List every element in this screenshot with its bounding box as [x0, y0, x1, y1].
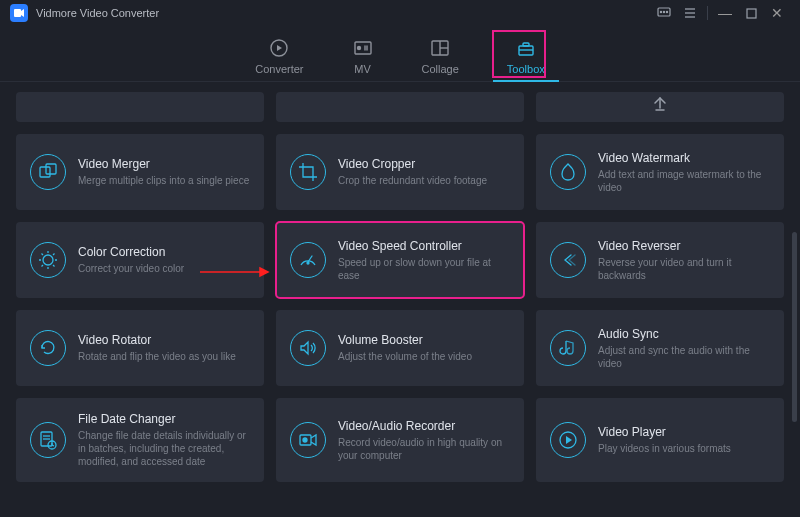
volume-icon: [290, 330, 326, 366]
app-title: Vidmore Video Converter: [36, 7, 159, 19]
tab-converter[interactable]: Converter: [255, 37, 303, 81]
svg-rect-8: [747, 9, 756, 18]
reverse-icon: [550, 242, 586, 278]
tool-card-color[interactable]: Color CorrectionCorrect your video color: [16, 222, 264, 298]
tool-card-sync[interactable]: Audio SyncAdjust and sync the audio with…: [536, 310, 784, 386]
card-text: Audio SyncAdjust and sync the audio with…: [598, 327, 770, 370]
card-desc: Record video/audio in high quality on yo…: [338, 436, 510, 462]
crop-icon: [290, 154, 326, 190]
converter-icon: [268, 37, 290, 59]
svg-rect-0: [14, 9, 21, 17]
card-text: Video CropperCrop the redundant video fo…: [338, 157, 487, 187]
divider: [707, 6, 708, 20]
card-title: Audio Sync: [598, 327, 770, 341]
svg-line-28: [53, 265, 55, 267]
card-desc: Rotate and flip the video as you like: [78, 350, 236, 363]
card-text: Volume BoosterAdjust the volume of the v…: [338, 333, 472, 363]
scrollbar[interactable]: [792, 232, 797, 422]
card-desc: Merge multiple clips into a single piece: [78, 174, 249, 187]
card-desc: Reverse your video and turn it backwards: [598, 256, 770, 282]
card-text: Video MergerMerge multiple clips into a …: [78, 157, 249, 187]
tool-card-watermark[interactable]: Video WatermarkAdd text and image waterm…: [536, 134, 784, 210]
card-text: Video RotatorRotate and flip the video a…: [78, 333, 236, 363]
titlebar: Vidmore Video Converter — ✕: [0, 0, 800, 26]
card-text: File Date ChangerChange file date detail…: [78, 412, 250, 468]
card-desc: Add text and image watermark to the vide…: [598, 168, 770, 194]
filedate-icon: [30, 422, 66, 458]
tool-card-rotate[interactable]: Video RotatorRotate and flip the video a…: [16, 310, 264, 386]
card-title: Video Player: [598, 425, 731, 439]
merge-icon: [30, 154, 66, 190]
tab-toolbox[interactable]: Toolbox: [507, 37, 545, 81]
tool-card-reverse[interactable]: Video ReverserReverse your video and tur…: [536, 222, 784, 298]
svg-line-30: [53, 254, 55, 256]
content-area: Video MergerMerge multiple clips into a …: [0, 82, 800, 517]
svg-point-4: [666, 11, 667, 12]
svg-point-32: [307, 262, 309, 264]
tool-card-volume[interactable]: Volume BoosterAdjust the volume of the v…: [276, 310, 524, 386]
partial-card[interactable]: [536, 92, 784, 122]
tab-label: MV: [354, 63, 371, 75]
card-title: Video Merger: [78, 157, 249, 171]
partial-row: [16, 92, 784, 122]
tab-label: Collage: [422, 63, 459, 75]
feedback-icon[interactable]: [651, 0, 677, 26]
mv-icon: [352, 37, 374, 59]
tool-grid: Video MergerMerge multiple clips into a …: [16, 134, 784, 482]
speed-icon: [290, 242, 326, 278]
tool-card-recorder[interactable]: Video/Audio RecorderRecord video/audio i…: [276, 398, 524, 482]
partial-card[interactable]: [276, 92, 524, 122]
main-tabs: Converter MV Collage Toolbox: [0, 26, 800, 82]
card-title: Video Reverser: [598, 239, 770, 253]
card-text: Video PlayerPlay videos in various forma…: [598, 425, 731, 455]
close-button[interactable]: ✕: [764, 0, 790, 26]
card-desc: Play videos in various formats: [598, 442, 731, 455]
card-title: Volume Booster: [338, 333, 472, 347]
svg-line-27: [42, 254, 44, 256]
card-desc: Change file date details individually or…: [78, 429, 250, 468]
tab-label: Converter: [255, 63, 303, 75]
card-title: Color Correction: [78, 245, 184, 259]
app-logo-icon: [10, 4, 28, 22]
svg-point-3: [663, 11, 664, 12]
tab-mv[interactable]: MV: [352, 37, 374, 81]
card-text: Video/Audio RecorderRecord video/audio i…: [338, 419, 510, 462]
card-desc: Adjust and sync the audio with the video: [598, 344, 770, 370]
svg-point-38: [303, 438, 307, 442]
svg-rect-21: [46, 164, 56, 174]
card-text: Video ReverserReverse your video and tur…: [598, 239, 770, 282]
card-title: Video/Audio Recorder: [338, 419, 510, 433]
collage-icon: [429, 37, 451, 59]
color-icon: [30, 242, 66, 278]
svg-line-29: [42, 265, 44, 267]
tool-card-crop[interactable]: Video CropperCrop the redundant video fo…: [276, 134, 524, 210]
recorder-icon: [290, 422, 326, 458]
tool-card-speed[interactable]: Video Speed ControllerSpeed up or slow d…: [276, 222, 524, 298]
watermark-icon: [550, 154, 586, 190]
toolbox-icon: [515, 37, 537, 59]
svg-rect-20: [40, 167, 50, 177]
maximize-button[interactable]: [738, 0, 764, 26]
card-text: Video Speed ControllerSpeed up or slow d…: [338, 239, 510, 282]
minimize-button[interactable]: —: [712, 0, 738, 26]
card-desc: Correct your video color: [78, 262, 184, 275]
card-title: Video Cropper: [338, 157, 487, 171]
rotate-icon: [30, 330, 66, 366]
svg-point-11: [357, 47, 360, 50]
card-title: Video Speed Controller: [338, 239, 510, 253]
tab-collage[interactable]: Collage: [422, 37, 459, 81]
tool-card-player[interactable]: Video PlayerPlay videos in various forma…: [536, 398, 784, 482]
card-desc: Crop the redundant video footage: [338, 174, 487, 187]
sync-icon: [550, 330, 586, 366]
partial-card[interactable]: [16, 92, 264, 122]
card-title: Video Watermark: [598, 151, 770, 165]
svg-rect-16: [523, 43, 529, 46]
tool-card-filedate[interactable]: File Date ChangerChange file date detail…: [16, 398, 264, 482]
menu-icon[interactable]: [677, 0, 703, 26]
tool-card-merge[interactable]: Video MergerMerge multiple clips into a …: [16, 134, 264, 210]
tab-label: Toolbox: [507, 63, 545, 75]
scroll-up-icon: [652, 96, 668, 112]
card-desc: Adjust the volume of the video: [338, 350, 472, 363]
svg-point-22: [43, 255, 53, 265]
card-text: Video WatermarkAdd text and image waterm…: [598, 151, 770, 194]
